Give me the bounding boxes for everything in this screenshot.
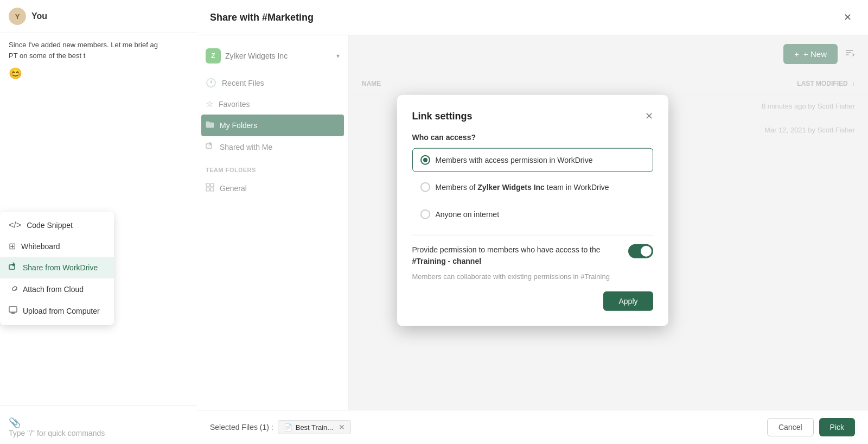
chat-input-area: 📎 Type "/" for quick commands: [0, 405, 197, 444]
radio-label-2: Members of Zylker Widgets Inc team in Wo…: [436, 183, 609, 192]
apply-button[interactable]: Apply: [603, 291, 653, 311]
workspace-icon: Z: [206, 48, 221, 64]
share-modal-bottom-bar: Selected Files (1) : 📄 Best Train... ✕ C…: [197, 410, 868, 444]
whiteboard-icon: ⊞: [9, 241, 16, 251]
workspace-selector[interactable]: Z Zylker Widgets Inc ▾: [197, 44, 348, 68]
files-column-header: NAME LAST MODIFIED ↓: [349, 73, 868, 94]
context-menu: </> Code Snippet ⊞ Whiteboard Share from…: [0, 212, 114, 325]
radio-dot-1: [420, 155, 430, 165]
code-icon: </>: [9, 220, 21, 230]
selected-files-label: Selected Files (1) : 📄 Best Train... ✕: [210, 420, 351, 434]
toggle-track: [628, 244, 653, 258]
bottom-actions: Cancel Pick: [767, 418, 855, 436]
star-icon: ☆: [206, 99, 213, 109]
ctx-whiteboard[interactable]: ⊞ Whiteboard: [0, 236, 114, 257]
divider: [412, 235, 653, 236]
link-settings-modal: Link settings ✕ Who can access? Members …: [397, 95, 668, 326]
chat-message: Since I've added new members. Let me bri…: [0, 33, 197, 88]
team-folders-label: TEAM FOLDERS: [197, 158, 348, 177]
ctx-code-snippet[interactable]: </> Code Snippet: [0, 215, 114, 236]
emoji: 😊: [9, 65, 188, 81]
svg-rect-2: [9, 307, 17, 312]
radio-members-with-access[interactable]: Members with access permission in WorkDr…: [412, 148, 653, 172]
col-modified-header: LAST MODIFIED ↓: [797, 80, 855, 87]
svg-rect-9: [210, 188, 214, 191]
file-modified-cell: Mar 12, 2021 by Scott Fisher: [764, 126, 855, 134]
user-avatar: Y: [9, 8, 26, 25]
radio-label-1: Members with access permission in WorkDr…: [436, 156, 593, 164]
ctx-share-from-workdrive[interactable]: Share from WorkDrive: [0, 257, 114, 278]
share-workdrive-icon: [9, 262, 17, 273]
permission-toggle[interactable]: [628, 244, 653, 258]
plus-icon: +: [794, 49, 799, 59]
svg-rect-8: [206, 188, 209, 191]
toggle-thumb: [641, 246, 652, 257]
chat-panel: Y You Since I've added new members. Let …: [0, 0, 197, 444]
share-modal-backdrop: Share with #Marketing ✕ Z Zylker Widgets…: [197, 0, 868, 444]
user-name: You: [31, 11, 47, 21]
chevron-down-icon: ▾: [336, 52, 340, 60]
clock-icon: 🕐: [206, 78, 216, 88]
chip-close-button[interactable]: ✕: [339, 423, 345, 432]
folder-icon: [206, 120, 214, 131]
cancel-button[interactable]: Cancel: [767, 418, 814, 436]
permission-text: Provide permission to members who have a…: [412, 244, 622, 267]
files-top-bar: + + New: [349, 35, 868, 73]
chat-header: Y You: [0, 0, 197, 33]
who-can-access-label: Who can access?: [412, 133, 653, 142]
link-settings-title: Link settings: [412, 110, 473, 122]
share-icon: [206, 142, 214, 153]
file-chip: 📄 Best Train... ✕: [278, 420, 351, 434]
col-name-header: NAME: [362, 80, 797, 87]
radio-label-3: Anyone on internet: [436, 210, 500, 219]
share-modal-header: Share with #Marketing ✕: [197, 0, 868, 35]
sidebar-item-favorites[interactable]: ☆ Favorites: [197, 93, 348, 115]
sidebar-item-shared-with-me[interactable]: Shared with Me: [197, 136, 348, 158]
pick-button[interactable]: Pick: [819, 418, 855, 436]
channel-name-bold: #Training - channel: [412, 257, 482, 265]
svg-rect-6: [206, 183, 209, 187]
sidebar-item-my-folders[interactable]: My Folders: [201, 115, 344, 136]
radio-members-of-team[interactable]: Members of Zylker Widgets Inc team in Wo…: [412, 175, 653, 199]
sidebar-item-general[interactable]: General: [197, 177, 348, 199]
link-settings-close-button[interactable]: ✕: [645, 110, 653, 122]
radio-dot-2: [420, 182, 430, 192]
file-modified-cell: 8 minutes ago by Scott Fisher: [762, 102, 855, 110]
ctx-upload-from-computer[interactable]: Upload from Computer: [0, 300, 114, 322]
attach-icon[interactable]: 📎: [9, 417, 21, 429]
file-chip-icon: 📄: [284, 423, 292, 432]
cloud-icon: [9, 284, 17, 295]
share-modal-sidebar: Z Zylker Widgets Inc ▾ 🕐 Recent Files ☆ …: [197, 35, 349, 444]
svg-rect-7: [210, 183, 214, 187]
sort-button[interactable]: [844, 47, 855, 61]
workspace-name: Zylker Widgets Inc: [225, 52, 332, 60]
ctx-attach-from-cloud[interactable]: Attach from Cloud: [0, 278, 114, 300]
computer-icon: [9, 306, 17, 316]
permission-row: Provide permission to members who have a…: [412, 244, 653, 267]
share-modal-title: Share with #Marketing: [210, 12, 314, 23]
link-settings-header: Link settings ✕: [412, 110, 653, 122]
sidebar-item-recent-files[interactable]: 🕐 Recent Files: [197, 72, 348, 93]
share-modal-close-button[interactable]: ✕: [840, 10, 855, 25]
radio-dot-3: [420, 210, 430, 219]
team-name-bold: Zylker Widgets Inc: [477, 183, 545, 192]
chat-input-placeholder[interactable]: Type "/" for quick commands: [9, 429, 188, 437]
new-button[interactable]: + + New: [783, 44, 838, 64]
team-folder-icon: [206, 183, 214, 194]
radio-anyone-on-internet[interactable]: Anyone on internet: [412, 202, 653, 226]
permission-note: Members can collaborate with existing pe…: [412, 272, 653, 281]
